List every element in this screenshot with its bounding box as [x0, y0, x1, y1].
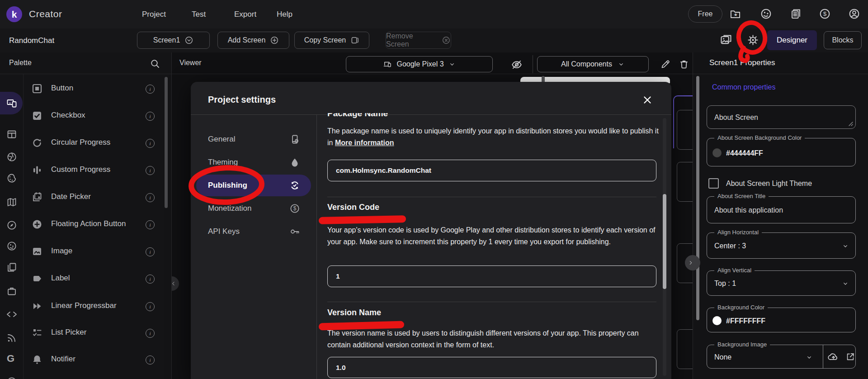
category-monetization-icon[interactable]: $	[6, 376, 17, 379]
open-in-new-icon[interactable]	[845, 352, 855, 362]
copy-screen-button[interactable]: Copy Screen	[294, 32, 369, 49]
blocks-tab-button[interactable]: Blocks	[824, 31, 862, 49]
project-settings-gear-icon[interactable]	[747, 34, 759, 46]
earnings-icon[interactable]: $	[819, 8, 831, 20]
about-screen-background-color-field[interactable]: About Screen Background Color #444444FF	[707, 138, 856, 166]
more-information-link[interactable]: More information	[335, 139, 394, 147]
resize-handle-icon[interactable]	[848, 121, 854, 127]
category-connectivity-icon[interactable]	[6, 332, 17, 343]
screen-selector-button[interactable]: Screen1	[137, 32, 210, 49]
about-screen-value: About Screen	[714, 114, 758, 122]
palette-item-button[interactable]: Button i	[24, 78, 172, 99]
palette-item-list-picker[interactable]: List Picker i	[24, 322, 172, 344]
info-icon[interactable]: i	[146, 193, 155, 202]
info-icon[interactable]: i	[146, 275, 155, 284]
version-code-input[interactable]: 1	[327, 265, 656, 287]
palette-item-custom-progress[interactable]: Custom Progress i	[24, 159, 172, 181]
background-image-field[interactable]: Background Image None	[707, 345, 856, 369]
kodular-logo[interactable]: k	[6, 6, 22, 22]
category-sensors-icon[interactable]	[6, 220, 17, 231]
search-icon[interactable]	[150, 58, 160, 69]
upload-cloud-icon[interactable]	[827, 351, 840, 362]
background-color-field[interactable]: Background Color #FFFFFFFF	[707, 308, 856, 332]
community-icon[interactable]	[760, 8, 772, 20]
category-google-icon[interactable]: G	[7, 353, 14, 365]
menu-project[interactable]: Project	[142, 10, 166, 19]
category-layout-icon[interactable]	[6, 129, 17, 140]
custom-progress-component-icon	[31, 164, 43, 178]
version-name-input[interactable]: 1.0	[327, 357, 656, 378]
media-manager-icon[interactable]	[720, 33, 732, 46]
package-name-description: The package name is used to uniquely ide…	[327, 125, 660, 149]
modal-sidebar-divider	[316, 114, 317, 379]
palette-item-notifier[interactable]: Notifier i	[24, 349, 172, 370]
close-icon[interactable]	[642, 95, 653, 105]
add-screen-button[interactable]: Add Screen	[217, 32, 289, 49]
palette-item-circular-progress[interactable]: Circular Progress i	[24, 132, 172, 154]
about-screen-light-theme-row[interactable]: About Screen Light Theme	[708, 178, 812, 189]
remove-screen-button[interactable]: Remove Screen	[386, 32, 451, 49]
designer-tab-button[interactable]: Designer	[767, 30, 817, 50]
info-icon[interactable]: i	[146, 220, 155, 229]
checkbox-unchecked[interactable]	[708, 178, 719, 189]
starred-folder-icon[interactable]: ★	[729, 8, 741, 20]
info-icon[interactable]: i	[146, 166, 155, 175]
category-media-icon[interactable]	[6, 152, 17, 162]
info-icon[interactable]: i	[146, 247, 155, 256]
color-swatch[interactable]	[712, 316, 722, 325]
rename-component-icon[interactable]	[660, 59, 671, 70]
toggle-visibility-icon[interactable]	[511, 59, 523, 71]
align-vertical-select[interactable]: Align Vertical Top : 1	[707, 270, 856, 296]
common-properties-link[interactable]: Common properties	[712, 83, 776, 91]
properties-scrollbar[interactable]	[696, 76, 699, 320]
library-icon[interactable]	[790, 8, 802, 20]
menu-export[interactable]: Export	[234, 10, 256, 19]
category-code-icon[interactable]	[5, 309, 18, 320]
info-icon[interactable]: i	[146, 355, 155, 365]
expand-panel-handle[interactable]	[685, 255, 700, 270]
info-icon[interactable]: i	[146, 112, 155, 121]
remove-screen-label: Remove Screen	[386, 32, 437, 48]
menu-test[interactable]: Test	[192, 10, 206, 19]
align-horizontal-select[interactable]: Align Horizontal Center : 3	[707, 232, 856, 259]
palette-item-label[interactable]: Label i	[24, 268, 172, 289]
palette-item-label: Linear Progressbar	[51, 301, 117, 310]
device-selector[interactable]: Google Pixel 3	[346, 56, 493, 72]
info-icon[interactable]: i	[146, 302, 155, 311]
category-utilities-icon[interactable]	[6, 286, 17, 297]
about-screen-textarea[interactable]: About Screen	[707, 105, 856, 129]
palette-item-image[interactable]: Image i	[24, 241, 172, 262]
collapse-palette-handle[interactable]	[172, 276, 179, 291]
category-social-icon[interactable]	[6, 241, 17, 251]
palette-item-checkbox[interactable]: Checkbox i	[24, 105, 172, 127]
palette-scrollbar[interactable]	[165, 77, 168, 208]
delete-component-icon[interactable]	[679, 59, 689, 70]
about-screen-title-field[interactable]: About Screen Title About this applicatio…	[707, 196, 856, 223]
plan-badge[interactable]: Free	[688, 5, 722, 23]
tab-publishing[interactable]: Publishing	[196, 175, 311, 196]
package-name-input[interactable]: com.Holmsync.RandomChat	[327, 160, 656, 181]
category-drawing-icon[interactable]	[6, 173, 17, 184]
palette-item-date-picker[interactable]: Date Picker i	[24, 186, 172, 208]
tab-monetization[interactable]: Monetization $	[196, 198, 311, 219]
info-icon[interactable]: i	[146, 85, 155, 94]
palette-item-label: Date Picker	[51, 192, 91, 201]
tab-api-keys[interactable]: API Keys	[196, 221, 311, 242]
category-storage-icon[interactable]	[6, 262, 17, 273]
component-filter-dropdown[interactable]: All Components	[537, 56, 649, 72]
info-icon[interactable]: i	[146, 139, 155, 148]
palette-category-rail: G $	[0, 74, 24, 379]
category-user-interface-icon[interactable]	[6, 98, 17, 109]
category-maps-icon[interactable]	[6, 197, 17, 208]
color-swatch[interactable]	[712, 148, 722, 157]
modal-scrollbar-thumb[interactable]	[663, 194, 666, 289]
palette-item-linear-progressbar[interactable]: Linear Progressbar i	[24, 295, 172, 317]
info-icon[interactable]: i	[146, 329, 155, 338]
tab-general[interactable]: General	[196, 128, 311, 150]
account-icon[interactable]	[848, 8, 860, 20]
field-label: About Screen Background Color	[714, 134, 805, 141]
field-label: Align Vertical	[714, 267, 755, 274]
tab-theming[interactable]: Theming	[196, 152, 311, 173]
palette-item-floating-action-button[interactable]: Floating Action Button i	[24, 213, 172, 235]
menu-help[interactable]: Help	[277, 10, 292, 19]
